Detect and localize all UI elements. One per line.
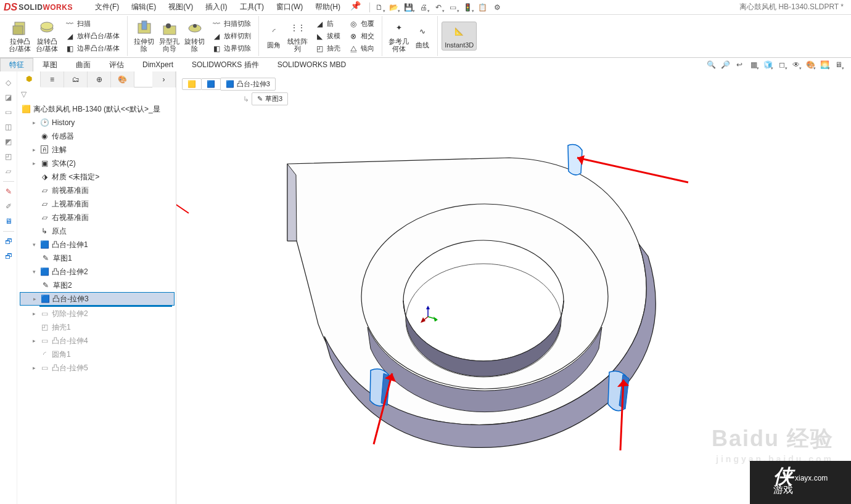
extrude-cut-button[interactable]: 拉伸切 除 bbox=[131, 18, 157, 54]
boundary-cut-button[interactable]: ◧边界切除 bbox=[209, 43, 253, 55]
hide-show-icon[interactable]: 👁 bbox=[790, 59, 802, 71]
linear-pattern-button[interactable]: ⋮⋮ 线性阵 列 bbox=[285, 18, 310, 54]
loft-button[interactable]: ◢放样凸台/基体 bbox=[62, 30, 121, 43]
scene-icon[interactable]: 🌅 bbox=[818, 59, 831, 71]
revolve-boss-button[interactable]: 旋转凸 台/基体 bbox=[33, 18, 60, 54]
view-orientation-icon[interactable]: 🧊 bbox=[762, 59, 774, 71]
tree-root[interactable]: 🟨离心鼓风机 HB-1340 (默认<<默认>_显 bbox=[20, 102, 175, 116]
tab-dimxpert[interactable]: DimXpert bbox=[133, 59, 183, 71]
draft-button[interactable]: ◣拔模 bbox=[312, 30, 342, 43]
shell-button[interactable]: ◰抽壳 bbox=[312, 43, 342, 55]
settings-icon[interactable]: ⚙ bbox=[491, 1, 504, 14]
lvb-icon-3[interactable]: ▭ bbox=[2, 106, 15, 118]
tree-origin[interactable]: ↳原点 bbox=[20, 224, 175, 238]
bc-body[interactable]: 🟦 bbox=[201, 78, 221, 90]
menu-help[interactable]: 帮助(H) bbox=[309, 1, 347, 14]
bc-part[interactable]: 🟨 bbox=[182, 78, 202, 90]
tree-boss4[interactable]: ▸▭凸台-拉伸4 bbox=[20, 334, 175, 348]
curves-button[interactable]: ∿ 曲线 bbox=[411, 22, 434, 50]
menu-file[interactable]: 文件(F) bbox=[89, 1, 125, 14]
lvb-icon-1[interactable]: ◇ bbox=[2, 76, 15, 89]
lvb-icon-4[interactable]: ◫ bbox=[2, 121, 15, 133]
open-doc-icon[interactable]: 📂 bbox=[387, 1, 401, 14]
view-settings-icon[interactable]: 🖥 bbox=[832, 59, 845, 71]
menu-insert[interactable]: 插入(I) bbox=[199, 1, 233, 14]
prev-view-icon[interactable]: ↩ bbox=[733, 59, 746, 71]
menu-view[interactable]: 视图(V) bbox=[162, 1, 199, 14]
tree-bodies[interactable]: ▸▣实体(2) bbox=[20, 156, 175, 170]
rebuild-icon[interactable]: 🚦 bbox=[461, 1, 475, 14]
tree-boss1[interactable]: ▾🟦凸台-拉伸1 bbox=[20, 238, 175, 251]
zoom-fit-icon[interactable]: 🔍 bbox=[705, 59, 717, 71]
tree-boss5[interactable]: ▸▭凸台-拉伸5 bbox=[20, 361, 175, 375]
tree-sketch2[interactable]: ✎草图2 bbox=[20, 278, 175, 292]
tree-boss3[interactable]: ▸🟦凸台-拉伸3 bbox=[20, 292, 175, 306]
boundary-button[interactable]: ◧边界凸台/基体 bbox=[62, 43, 121, 55]
lvb-icon-9[interactable]: ✐ bbox=[2, 200, 15, 213]
extrude-boss-button[interactable]: 拉伸凸 台/基体 bbox=[6, 18, 33, 54]
lvb-icon-8[interactable]: ✎ bbox=[2, 185, 15, 198]
panel-tab-display[interactable]: 🎨 bbox=[111, 71, 134, 87]
tree-boss2[interactable]: ▾🟦凸台-拉伸2 bbox=[20, 265, 175, 278]
bc-feature[interactable]: 🟦凸台-拉伸3 bbox=[220, 78, 276, 91]
panel-tab-property[interactable]: ≡ bbox=[41, 71, 64, 87]
instant3d-button[interactable]: 📐 Instant3D bbox=[442, 22, 477, 51]
menu-window[interactable]: 窗口(W) bbox=[270, 1, 309, 14]
tree-fillet1[interactable]: ◜圆角1 bbox=[20, 348, 175, 361]
panel-tab-feature-tree[interactable]: ⬢ bbox=[17, 71, 41, 87]
tree-shell1[interactable]: ◰抽壳1 bbox=[20, 320, 175, 334]
tree-sketch1[interactable]: ✎草图1 bbox=[20, 251, 175, 265]
tab-sketch[interactable]: 草图 bbox=[33, 58, 67, 72]
lvb-icon-11[interactable]: 🗗 bbox=[2, 235, 15, 248]
sweep-button[interactable]: 〰扫描 bbox=[62, 18, 121, 30]
undo-icon[interactable]: ↶ bbox=[432, 1, 445, 14]
panel-tab-dimxpert[interactable]: ⊕ bbox=[88, 71, 111, 87]
lvb-icon-6[interactable]: ◰ bbox=[2, 150, 15, 163]
section-view-icon[interactable]: ▦ bbox=[747, 59, 760, 71]
revolve-cut-button[interactable]: 旋转切 除 bbox=[182, 18, 207, 54]
tree-history[interactable]: ▸🕑History bbox=[20, 116, 175, 129]
lvb-icon-5[interactable]: ◩ bbox=[2, 136, 15, 148]
lvb-icon-2[interactable]: ◪ bbox=[2, 91, 15, 104]
tree-cut2[interactable]: ▸▭切除-拉伸2 bbox=[20, 307, 175, 320]
new-doc-icon[interactable]: 🗋 bbox=[372, 1, 386, 14]
tab-mbd[interactable]: SOLIDWORKS MBD bbox=[268, 59, 355, 71]
tree-annotations[interactable]: ▸🄰注解 bbox=[20, 143, 175, 156]
bc-sketch[interactable]: ✎草图3 bbox=[252, 92, 288, 105]
tab-evaluate[interactable]: 评估 bbox=[100, 58, 133, 72]
ref-geom-button[interactable]: ✦ 参考几 何体 bbox=[386, 18, 411, 54]
menu-edit[interactable]: 编辑(E) bbox=[125, 1, 162, 14]
pin-icon[interactable]: 📌 bbox=[350, 1, 361, 14]
panel-tab-config[interactable]: 🗂 bbox=[64, 71, 88, 87]
save-icon[interactable]: 💾 bbox=[402, 1, 416, 14]
model-3d[interactable] bbox=[263, 133, 682, 490]
menu-tools[interactable]: 工具(T) bbox=[234, 1, 270, 14]
sweep-cut-button[interactable]: 〰扫描切除 bbox=[209, 18, 253, 30]
display-style-icon[interactable]: ◻ bbox=[776, 59, 788, 71]
lvb-icon-7[interactable]: ▱ bbox=[2, 165, 15, 177]
hole-wizard-button[interactable]: 异型孔 向导 bbox=[157, 18, 182, 54]
tree-material[interactable]: ⬗材质 <未指定> bbox=[20, 170, 175, 184]
tab-surface[interactable]: 曲面 bbox=[67, 58, 100, 72]
loft-cut-button[interactable]: ◢放样切割 bbox=[209, 30, 253, 43]
tree-front-plane[interactable]: ▱前视基准面 bbox=[20, 184, 175, 197]
tab-features[interactable]: 特征 bbox=[0, 58, 33, 72]
graphics-canvas[interactable]: 🟨 🟦 🟦凸台-拉伸3 ↳ ✎草图3 bbox=[176, 71, 851, 504]
rib-button[interactable]: ◢筋 bbox=[312, 18, 342, 30]
print-icon[interactable]: 🖨 bbox=[417, 1, 430, 14]
mirror-button[interactable]: ⧋镜向 bbox=[346, 43, 376, 55]
tree-sensors[interactable]: ◉传感器 bbox=[20, 129, 175, 143]
intersect-button[interactable]: ⊗相交 bbox=[346, 30, 376, 43]
tab-addins[interactable]: SOLIDWORKS 插件 bbox=[183, 58, 268, 72]
zoom-area-icon[interactable]: 🔎 bbox=[719, 59, 731, 71]
filter-icon[interactable]: ▽ bbox=[21, 90, 27, 99]
fillet-button[interactable]: ◜ 圆角 bbox=[263, 22, 285, 50]
wrap-button[interactable]: ◎包覆 bbox=[346, 18, 376, 30]
options-icon[interactable]: 📋 bbox=[476, 1, 490, 14]
appearance-icon[interactable]: 🎨 bbox=[804, 59, 816, 71]
select-icon[interactable]: ▭ bbox=[446, 1, 460, 14]
lvb-icon-12[interactable]: 🗗 bbox=[2, 250, 15, 262]
panel-tab-expand[interactable]: › bbox=[152, 71, 176, 87]
tree-right-plane[interactable]: ▱右视基准面 bbox=[20, 211, 175, 224]
lvb-icon-10[interactable]: 🖥 bbox=[2, 215, 15, 227]
